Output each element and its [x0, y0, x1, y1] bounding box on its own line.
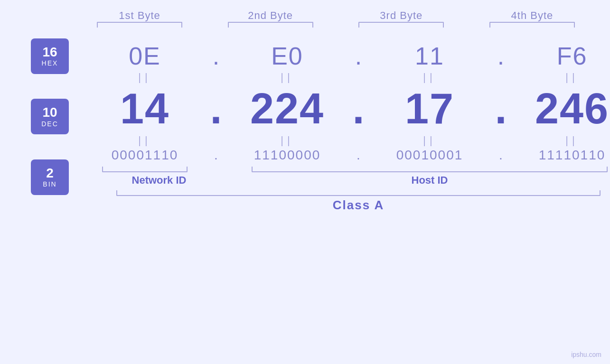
bin-byte3-cell: 00010001	[366, 148, 494, 163]
host-id-bracket-line	[252, 167, 608, 172]
hex-dot1: .	[209, 42, 223, 70]
bin-byte1-value: 00001110	[112, 148, 178, 163]
bin-byte1-cell: 00001110	[81, 148, 209, 163]
host-id-label: Host ID	[237, 174, 610, 187]
hex-values-row: 0E . E0 . 11 . F6	[81, 42, 610, 70]
class-a-label: Class A	[333, 198, 384, 213]
hex-dot3: .	[494, 42, 508, 70]
eq1-byte1: ||	[81, 71, 209, 84]
eq1-byte2: ||	[223, 71, 351, 84]
bracket-byte2	[228, 22, 313, 28]
bin-byte4-value: 11110110	[539, 148, 606, 163]
bin-base-num: 2	[46, 166, 54, 181]
bin-badge-container: 2 BIN	[19, 158, 81, 196]
dec-badge: 10 DEC	[31, 99, 69, 134]
bottom-bracket-row	[81, 167, 610, 172]
dec-byte2-cell: 224	[223, 84, 351, 133]
eq2-byte4: ||	[508, 134, 610, 147]
bin-dot3: .	[494, 148, 508, 163]
hex-badge: 16 HEX	[31, 38, 69, 74]
bin-base-label: BIN	[43, 180, 56, 188]
eq2-byte2: ||	[223, 134, 351, 147]
dec-byte3-cell: 17	[366, 84, 494, 133]
hex-byte4-cell: F6	[508, 42, 610, 70]
dec-base-num: 10	[42, 105, 57, 120]
bytes-area: 0E . E0 . 11 . F6	[81, 37, 610, 213]
byte-headers-row: 1st Byte 2nd Byte 3rd Byte 4th Byte	[19, 9, 591, 22]
byte1-header: 1st Byte	[81, 9, 198, 22]
eq2-byte3: ||	[366, 134, 494, 147]
top-brackets	[19, 22, 591, 28]
eq1-byte4: ||	[508, 71, 610, 84]
bin-dot2: .	[351, 148, 366, 163]
dec-byte1-cell: 14	[81, 84, 209, 133]
dec-byte1-value: 14	[120, 84, 169, 133]
byte2-header: 2nd Byte	[212, 9, 329, 22]
class-a-bracket-row	[81, 190, 610, 196]
class-a-label-row: Class A	[81, 198, 610, 213]
hex-byte1-cell: 0E	[81, 42, 209, 70]
hex-badge-container: 16 HEX	[19, 37, 81, 75]
dec-values-row: 14 . 224 . 17 . 246	[81, 84, 610, 133]
dec-dot1: .	[209, 84, 223, 133]
hex-byte1-value: 0E	[129, 42, 161, 70]
network-id-bracket	[81, 167, 209, 172]
equals-row-1: || || || ||	[81, 71, 610, 84]
dec-byte3-value: 17	[405, 84, 454, 133]
bin-values-row: 00001110 . 11100000 . 00010001 .	[81, 148, 610, 163]
dec-base-label: DEC	[41, 120, 58, 128]
bin-byte2-value: 11100000	[254, 148, 321, 163]
bracket-byte4	[489, 22, 575, 28]
side-labels: 16 HEX 10 DEC 2 BIN	[19, 37, 81, 213]
host-id-bracket-container	[223, 167, 610, 172]
dec-byte4-value: 246	[535, 84, 609, 133]
hex-base-label: HEX	[42, 59, 58, 67]
dec-badge-container: 10 DEC	[19, 89, 81, 144]
class-a-bracket-line	[116, 190, 601, 196]
hex-byte3-cell: 11	[366, 42, 494, 70]
bin-dot1: .	[209, 148, 223, 163]
hex-byte2-cell: E0	[223, 42, 351, 70]
dec-byte4-cell: 246	[508, 84, 610, 133]
dec-dot3: .	[494, 84, 508, 133]
bin-byte4-cell: 11110110	[508, 148, 610, 163]
byte3-header: 3rd Byte	[342, 9, 460, 22]
bracket-byte3	[358, 22, 444, 28]
bin-badge: 2 BIN	[31, 159, 69, 195]
dec-dot2: .	[351, 84, 366, 133]
dec-byte2-value: 224	[250, 84, 324, 133]
bin-byte2-cell: 11100000	[223, 148, 351, 163]
bin-byte3-value: 00010001	[396, 148, 463, 163]
watermark: ipshu.com	[571, 351, 601, 358]
id-labels-row: Network ID Host ID	[81, 174, 610, 187]
eq1-byte3: ||	[366, 71, 494, 84]
bracket-byte1	[97, 22, 182, 28]
hex-base-num: 16	[42, 45, 57, 60]
hex-byte2-value: E0	[271, 42, 303, 70]
byte4-header: 4th Byte	[473, 9, 591, 22]
hex-byte4-value: F6	[557, 42, 588, 70]
main-data-area: 16 HEX 10 DEC 2 BIN	[19, 37, 591, 213]
network-id-label: Network ID	[95, 174, 223, 187]
equals-row-2: || || || ||	[81, 134, 610, 147]
eq2-byte1: ||	[81, 134, 209, 147]
hex-dot2: .	[351, 42, 366, 70]
hex-byte3-value: 11	[415, 42, 444, 70]
